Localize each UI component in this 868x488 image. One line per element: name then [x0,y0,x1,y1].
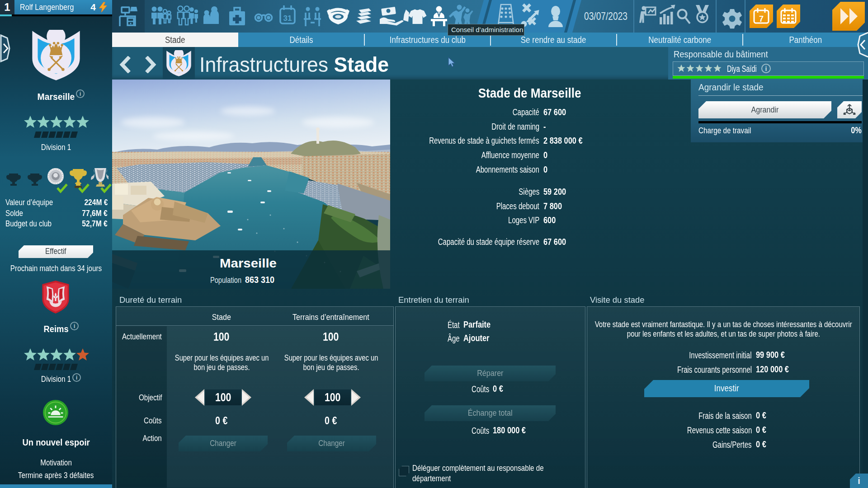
svg-text:863 310: 863 310 [245,275,274,285]
svg-text:Population: Population [210,275,241,285]
svg-text:31: 31 [283,14,292,23]
svg-text:7: 7 [759,14,764,23]
svg-text:Marseille: Marseille [220,257,277,270]
svg-text:03/07/2023: 03/07/2023 [584,10,627,22]
